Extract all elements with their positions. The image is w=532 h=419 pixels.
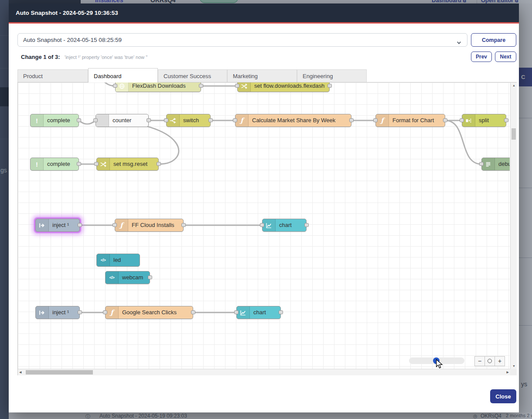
node-output-port[interactable] — [181, 223, 186, 227]
snapshot-compare-dialog: Auto Snapshot - 2024-05-29 10:36:53 Auto… — [9, 3, 519, 412]
prev-button[interactable]: Prev — [471, 52, 492, 62]
node-label: chart — [253, 306, 266, 319]
tab-dashboard[interactable]: Dashboard — [88, 68, 158, 82]
node-label: complete — [47, 158, 70, 170]
node-debug[interactable]: debug — [481, 158, 510, 171]
compare-button[interactable]: Compare — [471, 33, 516, 47]
node-chart-1[interactable]: chart — [262, 219, 307, 232]
node-label: set flow.downloads.flexdash — [254, 82, 324, 92]
horizontal-scrollbar[interactable]: ◀ ▶ — [18, 369, 510, 375]
node-output-port[interactable] — [148, 275, 152, 279]
scroll-right-icon[interactable]: ▶ — [507, 371, 509, 374]
node-output-port[interactable] — [147, 118, 151, 122]
node-output-port[interactable] — [443, 118, 447, 122]
node-complete-1[interactable]: !complete — [30, 114, 79, 127]
node-output-port[interactable] — [304, 223, 309, 227]
node-input-port[interactable] — [94, 162, 99, 166]
node-counter[interactable]: counter — [95, 114, 149, 127]
snapshot-select-value: Auto Snapshot - 2024-05-15 08:25:59 — [23, 37, 122, 43]
debug-icon — [482, 158, 495, 170]
scrollbar-corner — [510, 369, 517, 375]
change-icon — [97, 158, 110, 170]
node-input-port[interactable] — [460, 118, 464, 122]
node-label: webcam — [122, 271, 143, 284]
zoom-reset-icon — [488, 359, 492, 363]
node-output-port[interactable] — [504, 118, 508, 122]
node-output-port[interactable] — [349, 118, 354, 122]
split-icon — [462, 114, 475, 127]
node-output-port[interactable] — [157, 162, 161, 166]
node-label: led — [113, 254, 121, 266]
node-set-msg-reset[interactable]: set msg.reset — [96, 158, 159, 171]
node-output-port[interactable] — [77, 162, 81, 166]
node-ff-cloud-installs[interactable]: ƒFF Cloud Installs — [115, 219, 184, 232]
inject-icon — [36, 219, 49, 231]
zoom-out-button[interactable]: − — [474, 356, 485, 366]
node-split[interactable]: split — [462, 114, 506, 127]
node-input-port[interactable] — [233, 118, 237, 122]
node-output-port[interactable] — [208, 118, 213, 122]
node-input-port[interactable] — [93, 118, 98, 122]
node-input-port[interactable] — [235, 84, 239, 88]
scroll-down-icon[interactable]: ▼ — [512, 364, 515, 367]
vertical-scrollbar-thumb[interactable] — [512, 128, 516, 140]
node-input-port[interactable] — [373, 118, 378, 122]
node-label: FlexDash Downloads — [132, 82, 186, 92]
next-button[interactable]: Next — [495, 52, 516, 62]
close-button[interactable]: Close — [490, 389, 516, 403]
node-format-for-chart[interactable]: ƒFormat for Chart — [375, 114, 445, 127]
node-input-port[interactable] — [260, 223, 264, 227]
node-input-port[interactable] — [164, 118, 168, 122]
node-webcam[interactable]: </>webcam — [105, 271, 150, 284]
exclamation-icon: ! — [31, 158, 44, 170]
change-description: 'inject ¹' property 'once' was 'true' no… — [65, 55, 147, 60]
node-calc-market-share[interactable]: ƒCalculate Market Share By Week — [235, 114, 351, 127]
node-label: Google Search Clicks — [122, 306, 177, 319]
inject-icon — [36, 306, 49, 319]
mouse-cursor-icon — [436, 359, 444, 369]
node-label: counter — [113, 114, 131, 127]
node-complete-2[interactable]: !complete — [30, 158, 79, 171]
node-switch[interactable]: switch — [166, 114, 211, 127]
blank-icon — [96, 114, 109, 127]
node-inject-2[interactable]: inject ¹ — [35, 306, 80, 319]
node-output-port[interactable] — [191, 310, 195, 314]
node-chart-2[interactable]: chart — [236, 306, 281, 319]
node-inject-1[interactable]: inject ¹ — [35, 219, 80, 232]
zoom-reset-button[interactable] — [484, 356, 495, 366]
scroll-up-icon[interactable]: ▲ — [512, 84, 515, 87]
node-label: switch — [183, 114, 199, 127]
tab-engineering[interactable]: Engineering — [297, 69, 367, 82]
horizontal-scrollbar-thumb[interactable] — [26, 370, 93, 374]
node-input-port[interactable] — [113, 223, 117, 227]
node-output-port[interactable] — [77, 118, 81, 122]
node-input-port[interactable] — [234, 310, 239, 314]
node-input-port[interactable] — [479, 162, 484, 166]
node-input-port[interactable] — [103, 310, 107, 314]
node-flexdash-downloads[interactable]: FlexDash Downloads — [115, 82, 201, 92]
node-output-port[interactable] — [78, 310, 82, 314]
change-summary: Change 1 of 3: 'inject ¹' property 'once… — [21, 53, 147, 62]
node-output-port[interactable] — [327, 84, 332, 88]
tab-product[interactable]: Product — [17, 69, 88, 82]
zoom-in-button[interactable]: + — [494, 356, 505, 366]
flow-canvas-frame: FlexDash Downloadsset flow.downloads.fle… — [17, 82, 517, 375]
node-output-port[interactable] — [279, 310, 283, 314]
exclamation-icon: ! — [31, 114, 44, 127]
node-led[interactable]: </>led — [96, 254, 140, 267]
vertical-scrollbar[interactable]: ▲ ▼ — [510, 82, 517, 369]
flow-canvas[interactable]: FlexDash Downloadsset flow.downloads.fle… — [18, 82, 510, 369]
node-output-port[interactable] — [199, 84, 203, 88]
tab-customer-success[interactable]: Customer Success — [158, 69, 227, 82]
node-input-port[interactable] — [113, 84, 117, 88]
node-label: split — [479, 114, 489, 127]
node-set-flow-downloads[interactable]: set flow.downloads.flexdash — [237, 82, 330, 92]
node-google-search-clicks[interactable]: ƒGoogle Search Clicks — [105, 306, 193, 319]
node-output-port[interactable] — [78, 223, 82, 227]
scroll-left-icon[interactable]: ◀ — [19, 371, 21, 374]
snapshot-select[interactable]: Auto Snapshot - 2024-05-15 08:25:59 — [17, 33, 467, 47]
function-icon: ƒ — [235, 114, 249, 127]
tab-marketing[interactable]: Marketing — [227, 69, 297, 82]
template-icon: </> — [97, 254, 110, 266]
function-icon: ƒ — [115, 219, 128, 231]
